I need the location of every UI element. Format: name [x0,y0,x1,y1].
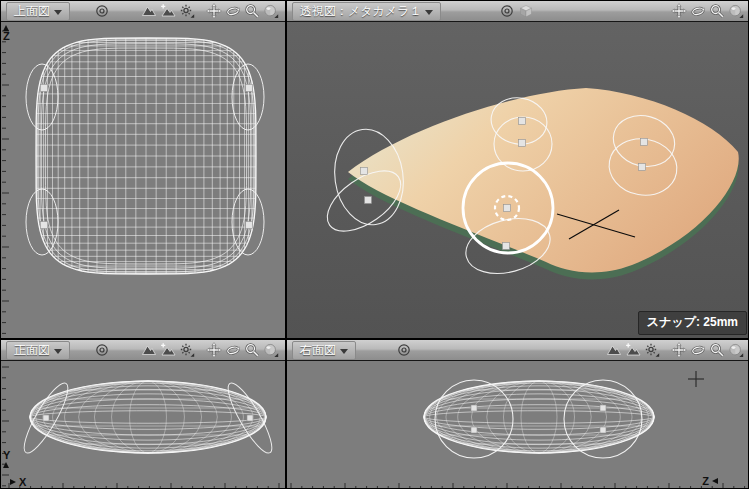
view-mode-icon[interactable] [727,342,744,359]
top-view-canvas[interactable] [1,22,285,338]
shade-icon[interactable] [140,342,157,359]
dropdown-triangle-icon [54,10,62,15]
dropdown-triangle-icon [54,349,62,354]
viewport-top-header: 上面図 [1,1,285,22]
pan-icon[interactable] [205,3,222,20]
viewport-front-view: 正面図 Y X [1,340,285,489]
magnify-icon[interactable] [243,342,260,359]
viewport-right-view: 右面図 Z [287,340,749,489]
dropdown-triangle-icon [425,10,433,15]
front-view-canvas[interactable] [1,361,285,489]
viewport-title-button[interactable]: 右面図 [292,341,356,360]
viewport-title-button[interactable]: 上面図 [6,2,70,21]
view-mode-icon[interactable] [262,3,279,20]
viewport-title-button[interactable]: 正面図 [6,341,70,360]
target-icon[interactable] [395,342,412,359]
crosshair-cursor [688,371,704,387]
pan-icon[interactable] [670,342,687,359]
shade-plus-icon[interactable] [159,342,176,359]
magnify-icon[interactable] [708,3,725,20]
shade-plus-icon[interactable] [159,3,176,20]
pillow-wireframe-front [30,381,266,453]
viewport-title-button[interactable]: 透視図：メタカメラ１ [292,2,441,21]
handle-circles [26,64,264,255]
snap-indicator: スナップ: 25mm [638,311,747,335]
rotate-icon[interactable] [689,3,706,20]
target-icon[interactable] [93,342,110,359]
viewport-title: 透視図：メタカメラ１ [300,5,421,17]
viewport-title: 右面図 [300,344,336,356]
axis-indicator-x: X [10,477,26,487]
viewport-perspective: 透視図：メタカメラ１ スナップ: 25mm [287,1,749,338]
viewport-title: 上面図 [14,5,50,17]
rotate-icon[interactable] [689,342,706,359]
pillow-wireframe-top [36,38,256,274]
viewport-title: 正面図 [14,344,50,356]
target-icon[interactable] [93,3,110,20]
bottom-ruler [9,483,279,489]
pan-icon[interactable] [670,3,687,20]
viewport-top-view: 上面図 Z [1,1,285,338]
perspective-canvas[interactable] [287,22,749,338]
viewport-divider-horizontal[interactable] [1,338,749,340]
cube-icon[interactable] [517,3,534,20]
viewport-front-header: 正面図 [1,340,285,361]
right-view-canvas[interactable] [287,361,749,489]
left-ruler [2,31,9,333]
axis-indicator-z-right: Z [702,476,718,486]
shade-plus-icon[interactable] [624,342,641,359]
pillow-wireframe-right [424,381,654,453]
app-window: 上面図 Z 透視図：メタカメラ１ スナップ: 25mm [0,0,749,489]
dropdown-triangle-icon [340,349,348,354]
settings-icon[interactable] [178,342,195,359]
viewport-perspective-header: 透視図：メタカメラ１ [287,1,749,22]
settings-icon[interactable] [178,3,195,20]
shade-icon[interactable] [140,3,157,20]
bottom-ruler [291,483,745,489]
settings-icon[interactable] [643,342,660,359]
view-mode-icon[interactable] [262,342,279,359]
pan-icon[interactable] [205,342,222,359]
viewport-right-header: 右面図 [287,340,749,361]
view-mode-icon[interactable] [727,3,744,20]
axis-indicator-y: Y [3,450,10,468]
rotate-icon[interactable] [224,342,241,359]
magnify-icon[interactable] [243,3,260,20]
magnify-icon[interactable] [708,342,725,359]
axis-indicator-z: Z [3,25,10,41]
pillow-object [348,88,739,279]
shade-icon[interactable] [605,342,622,359]
rotate-icon[interactable] [224,3,241,20]
viewport-divider-vertical[interactable] [285,1,287,489]
target-icon[interactable] [498,3,515,20]
